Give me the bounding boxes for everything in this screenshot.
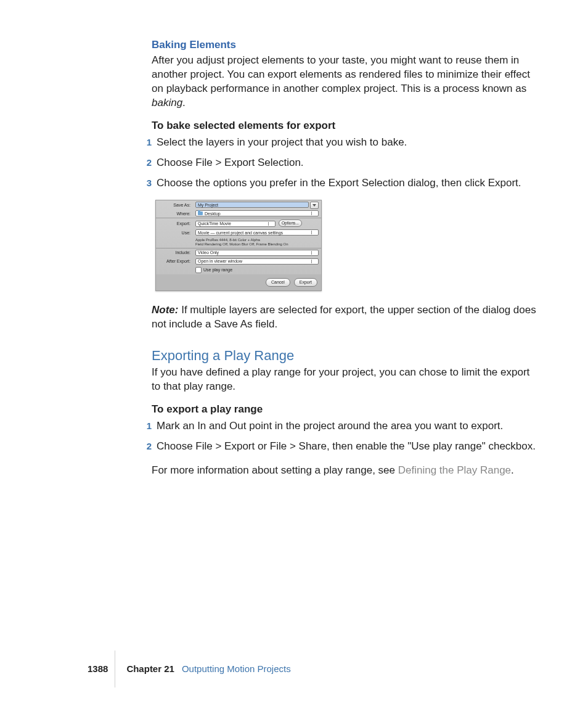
baking-intro-b: . xyxy=(182,97,186,109)
where-select[interactable]: Desktop xyxy=(195,210,319,216)
step-number: 1 xyxy=(139,420,157,432)
export-button[interactable]: Export xyxy=(294,278,317,287)
more-info-b: . xyxy=(511,464,514,476)
use-select[interactable]: Movie — current project and canvas setti… xyxy=(195,229,319,236)
saveas-field[interactable]: My Project xyxy=(195,202,309,208)
after-export-value: Open in viewer window xyxy=(198,258,242,264)
codec-line-1: Apple ProRes 4444, 8-bit Color + Alpha xyxy=(195,238,319,242)
note-body: If multiple layers are selected for expo… xyxy=(152,304,536,330)
more-info-a: For more information about setting a pla… xyxy=(152,464,398,476)
bake-step-1: 1Select the layers in your project that … xyxy=(152,136,537,150)
codec-line-2: Field Rendering Off, Motion Blur Off, Fr… xyxy=(195,242,319,247)
export-label: Export: xyxy=(156,218,193,228)
where-value: Desktop xyxy=(205,211,221,216)
playrange-step-2: 2Choose File > Export or File > Share, t… xyxy=(152,440,537,454)
task-bake-heading: To bake selected elements for export xyxy=(152,119,537,133)
options-button[interactable]: Options... xyxy=(279,220,302,227)
defining-play-range-link[interactable]: Defining the Play Range xyxy=(398,464,511,476)
include-label: Include: xyxy=(156,248,193,257)
where-label: Where: xyxy=(156,209,193,218)
page-number: 1388 xyxy=(88,663,108,675)
step-text: Choose File > Export or File > Share, th… xyxy=(157,440,536,454)
step-text: Choose File > Export Selection. xyxy=(157,156,304,170)
bake-step-2: 2Choose File > Export Selection. xyxy=(152,156,537,170)
after-export-label: After Export: xyxy=(156,257,193,266)
baking-intro: After you adjust project elements to you… xyxy=(152,54,537,110)
bake-steps: 1Select the layers in your project that … xyxy=(152,136,537,191)
step-text: Select the layers in your project that y… xyxy=(157,136,407,150)
step-number: 1 xyxy=(139,136,157,149)
step-text: Choose the options you prefer in the Exp… xyxy=(157,176,521,191)
chapter-title: Outputting Motion Projects xyxy=(182,663,291,675)
task-playrange-heading: To export a play range xyxy=(152,403,537,417)
use-label: Use: xyxy=(156,228,193,237)
playrange-intro: If you have defined a play range for you… xyxy=(152,366,537,394)
saveas-label: Save As: xyxy=(156,200,193,209)
step-text: Mark an In and Out point in the project … xyxy=(157,419,503,433)
cancel-button[interactable]: Cancel xyxy=(266,278,290,287)
export-selection-dialog: Save As: My Project Where: Desktop Expor… xyxy=(155,200,322,290)
after-export-select[interactable]: Open in viewer window xyxy=(195,258,319,265)
saveas-value: My Project xyxy=(198,202,218,208)
include-value: Video Only xyxy=(198,250,219,255)
bake-step-3: 3Choose the options you prefer in the Ex… xyxy=(152,176,537,191)
chapter-label: Chapter 21 xyxy=(126,663,174,675)
page-footer: 1388 Chapter 21 Outputting Motion Projec… xyxy=(88,663,291,675)
step-number: 2 xyxy=(139,440,157,453)
use-play-range-checkbox[interactable] xyxy=(195,267,202,273)
use-play-range-label: Use play range xyxy=(203,268,232,272)
export-select[interactable]: QuickTime Movie xyxy=(195,221,276,227)
more-info: For more information about setting a pla… xyxy=(152,464,537,478)
note-label: Note: xyxy=(152,304,178,316)
baking-intro-a: After you adjust project elements to you… xyxy=(152,54,530,94)
playrange-steps: 1Mark an In and Out point in the project… xyxy=(152,419,537,454)
export-value: QuickTime Movie xyxy=(198,221,231,226)
step-number: 2 xyxy=(139,157,157,169)
folder-icon xyxy=(198,211,203,215)
codec-info: Apple ProRes 4444, 8-bit Color + Alpha F… xyxy=(193,237,321,248)
heading-exporting-play-range: Exporting a Play Range xyxy=(152,347,537,365)
include-select[interactable]: Video Only xyxy=(195,250,319,256)
playrange-step-1: 1Mark an In and Out point in the project… xyxy=(152,419,537,433)
use-value: Movie — current project and canvas setti… xyxy=(198,230,283,236)
heading-baking-elements: Baking Elements xyxy=(152,38,537,52)
chevron-down-icon[interactable] xyxy=(310,202,319,209)
note-para: Note: If multiple layers are selected fo… xyxy=(152,303,537,332)
step-number: 3 xyxy=(139,177,157,189)
baking-term: baking xyxy=(152,97,182,109)
